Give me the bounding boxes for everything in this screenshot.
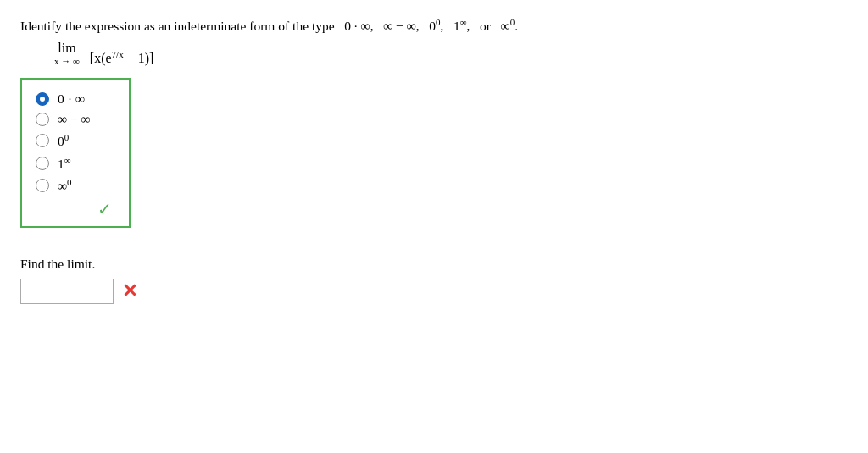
x-mark-icon: ✕ xyxy=(122,282,137,301)
answer-box: 0 · ∞ ∞ − ∞ 00 1∞ ∞0 ✓ xyxy=(20,78,131,227)
radio-button-1[interactable] xyxy=(36,92,49,106)
find-limit-label: Find the limit. xyxy=(20,257,848,272)
option-label-3: 00 xyxy=(58,132,69,149)
checkmark-icon: ✓ xyxy=(97,199,112,219)
option-zero-zero[interactable]: 00 xyxy=(36,132,115,149)
radio-button-5[interactable] xyxy=(36,179,49,192)
option-label-1: 0 · ∞ xyxy=(58,91,85,107)
limit-expression: lim x → ∞ [x(e7/x − 1)] xyxy=(54,41,848,66)
limit-input-row: ✕ xyxy=(20,279,848,304)
option-label-2: ∞ − ∞ xyxy=(58,112,91,127)
limit-input[interactable] xyxy=(20,279,114,304)
option-infinity-zero[interactable]: ∞0 xyxy=(36,177,115,194)
option-label-5: ∞0 xyxy=(58,177,72,194)
option-0-dot-infinity[interactable]: 0 · ∞ xyxy=(36,91,115,107)
option-label-4: 1∞ xyxy=(58,155,71,172)
option-one-infinity[interactable]: 1∞ xyxy=(36,155,115,172)
radio-button-3[interactable] xyxy=(36,134,49,147)
option-infinity-minus-infinity[interactable]: ∞ − ∞ xyxy=(36,112,115,127)
radio-button-2[interactable] xyxy=(36,113,49,126)
radio-button-4[interactable] xyxy=(36,157,49,170)
question-instruction: Identify the expression as an indetermin… xyxy=(20,15,848,36)
